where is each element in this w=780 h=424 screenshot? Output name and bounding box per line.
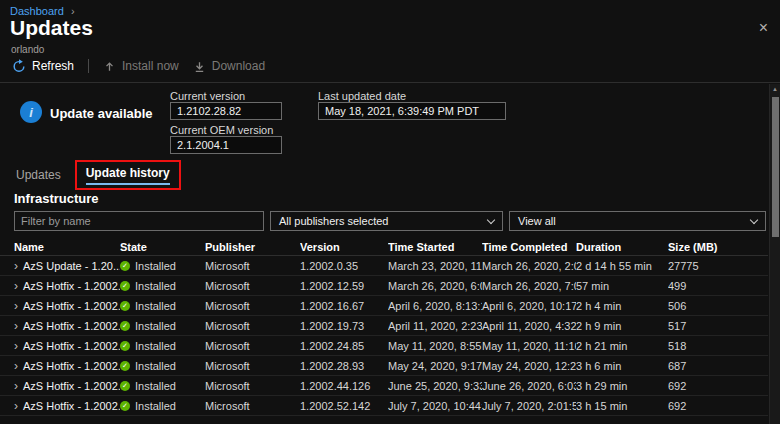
table-row[interactable]: ›AzS Hotfix - 1.2002... ✓Installed Micro…	[0, 316, 768, 336]
row-expand-chevron-icon[interactable]: ›	[14, 360, 18, 372]
size-cell: 692	[668, 400, 768, 412]
update-name: AzS Hotfix - 1.2002...	[23, 380, 120, 392]
header-divider	[0, 82, 780, 83]
table-row[interactable]: ›AzS Hotfix - 1.2002... ✓Installed Micro…	[0, 336, 768, 356]
col-duration[interactable]: Duration	[576, 241, 668, 253]
row-expand-chevron-icon[interactable]: ›	[14, 260, 18, 272]
install-now-button[interactable]: Install now	[103, 59, 179, 73]
row-expand-chevron-icon[interactable]: ›	[14, 300, 18, 312]
publisher-cell: Microsoft	[205, 260, 300, 272]
duration-cell: 3 h 6 min	[576, 360, 668, 372]
current-oem-version-label: Current OEM version	[170, 124, 273, 136]
duration-cell: 57 min	[576, 280, 668, 292]
col-size-mb[interactable]: Size (MB)	[668, 241, 768, 253]
version-cell: 1.2002.28.93	[300, 360, 388, 372]
state-label: Installed	[135, 400, 176, 412]
state-label: Installed	[135, 360, 176, 372]
update-name: AzS Hotfix - 1.2002...	[23, 280, 120, 292]
state-label: Installed	[135, 320, 176, 332]
time-started-cell: June 25, 2020, 9:33:5...	[388, 380, 482, 392]
duration-cell: 3 h 29 min	[576, 380, 668, 392]
tab-update-history[interactable]: Update history	[75, 160, 181, 190]
publisher-cell: Microsoft	[205, 300, 300, 312]
time-started-cell: July 7, 2020, 10:44:4...	[388, 400, 482, 412]
col-version[interactable]: Version	[300, 241, 388, 253]
table-row[interactable]: ›AzS Hotfix - 1.2002... ✓Installed Micro…	[0, 376, 768, 396]
size-cell: 687	[668, 360, 768, 372]
toolbar-divider	[88, 59, 89, 73]
time-started-cell: May 24, 2020, 9:17:48...	[388, 360, 482, 372]
row-expand-chevron-icon[interactable]: ›	[14, 320, 18, 332]
time-started-cell: May 11, 2020, 8:55:39...	[388, 340, 482, 352]
time-started-cell: March 26, 2020, 6:04:...	[388, 280, 482, 292]
time-completed-cell: May 24, 2020, 12:24:2...	[482, 360, 576, 372]
update-name: AzS Hotfix - 1.2002...	[23, 340, 120, 352]
time-started-cell: April 11, 2020, 2:23:2...	[388, 320, 482, 332]
view-dropdown-value: View all	[518, 215, 556, 227]
tab-update-history-label: Update history	[86, 166, 170, 185]
row-expand-chevron-icon[interactable]: ›	[14, 400, 18, 412]
filter-by-name-input[interactable]	[14, 211, 264, 231]
time-completed-cell: June 26, 2020, 6:03:06...	[482, 380, 576, 392]
scrollbar-thumb[interactable]	[772, 97, 779, 237]
size-cell: 517	[668, 320, 768, 332]
row-expand-chevron-icon[interactable]: ›	[14, 380, 18, 392]
col-state[interactable]: State	[120, 241, 205, 253]
close-icon[interactable]: ×	[759, 20, 768, 36]
update-name: AzS Hotfix - 1.2002...	[23, 320, 120, 332]
update-available-title: Update available	[50, 106, 153, 121]
update-name: AzS Hotfix - 1.2002...	[23, 360, 120, 372]
vertical-scrollbar[interactable]: ▲	[769, 84, 780, 424]
col-time-completed[interactable]: Time Completed	[482, 241, 576, 253]
publishers-dropdown[interactable]: All publishers selected	[270, 211, 503, 231]
time-started-cell: March 23, 2020, 11:3...	[388, 260, 482, 272]
duration-cell: 2 h 9 min	[576, 320, 668, 332]
state-label: Installed	[135, 280, 176, 292]
last-updated-value: May 18, 2021, 6:39:49 PM PDT	[318, 102, 506, 120]
row-expand-chevron-icon[interactable]: ›	[14, 280, 18, 292]
update-name: AzS Update - 1.20...	[23, 260, 120, 272]
info-icon: i	[20, 101, 42, 123]
time-completed-cell: March 26, 2020, 2:00:...	[482, 260, 576, 272]
table-row[interactable]: ›AzS Update - 1.20... ✓Installed Microso…	[0, 256, 768, 276]
size-cell: 518	[668, 340, 768, 352]
col-time-started[interactable]: Time Started	[388, 241, 482, 253]
install-now-label: Install now	[122, 59, 179, 73]
state-label: Installed	[135, 300, 176, 312]
install-icon	[103, 60, 116, 73]
col-name[interactable]: Name	[14, 241, 120, 253]
publisher-cell: Microsoft	[205, 360, 300, 372]
version-cell: 1.2002.24.85	[300, 340, 388, 352]
col-publisher[interactable]: Publisher	[205, 241, 300, 253]
tab-updates[interactable]: Updates	[14, 162, 63, 188]
table-row[interactable]: ›AzS Hotfix - 1.2002... ✓Installed Micro…	[0, 276, 768, 296]
current-version-value: 1.2102.28.82	[170, 102, 282, 120]
chevron-down-icon	[487, 215, 495, 223]
scroll-up-icon[interactable]: ▲	[770, 86, 780, 92]
download-icon	[193, 60, 206, 73]
time-completed-cell: May 11, 2020, 11:16:4...	[482, 340, 576, 352]
table-row[interactable]: ›AzS Hotfix - 1.2002... ✓Installed Micro…	[0, 296, 768, 316]
size-cell: 692	[668, 380, 768, 392]
installed-check-icon: ✓	[120, 281, 130, 291]
duration-cell: 2 h 4 min	[576, 300, 668, 312]
download-label: Download	[212, 59, 265, 73]
last-updated-label: Last updated date	[318, 90, 406, 102]
state-label: Installed	[135, 340, 176, 352]
publisher-cell: Microsoft	[205, 340, 300, 352]
publisher-cell: Microsoft	[205, 380, 300, 392]
view-dropdown[interactable]: View all	[509, 211, 766, 231]
refresh-button[interactable]: Refresh	[12, 59, 74, 73]
version-cell: 1.2002.44.126	[300, 380, 388, 392]
updates-table: Name State Publisher Version Time Starte…	[0, 238, 768, 416]
page-title: Updates	[10, 16, 93, 40]
installed-check-icon: ✓	[120, 261, 130, 271]
row-expand-chevron-icon[interactable]: ›	[14, 340, 18, 352]
table-row[interactable]: ›AzS Hotfix - 1.2002... ✓Installed Micro…	[0, 356, 768, 376]
table-row[interactable]: ›AzS Hotfix - 1.2002... ✓Installed Micro…	[0, 396, 768, 416]
state-label: Installed	[135, 260, 176, 272]
time-completed-cell: April 11, 2020, 4:32:4...	[482, 320, 576, 332]
chevron-down-icon	[750, 215, 758, 223]
download-button[interactable]: Download	[193, 59, 265, 73]
refresh-icon	[12, 59, 26, 73]
